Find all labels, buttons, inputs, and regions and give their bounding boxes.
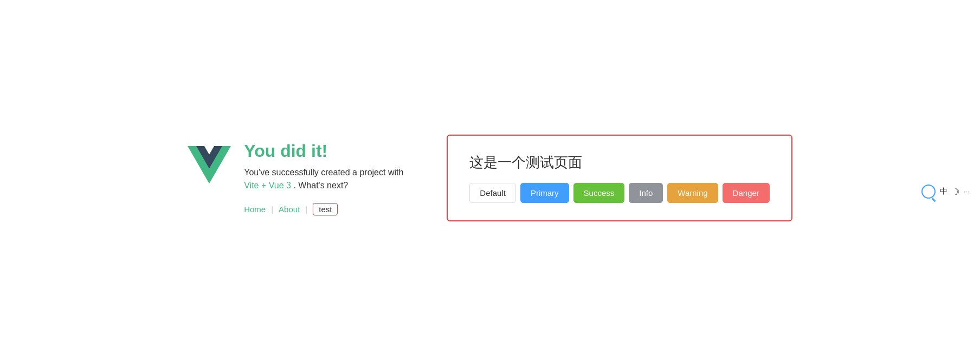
subtitle-part1: You've successfully created a project wi…: [244, 168, 403, 177]
search-icon[interactable]: [921, 185, 936, 199]
btn-warning[interactable]: Warning: [667, 183, 718, 203]
btn-info[interactable]: Info: [629, 183, 663, 203]
nav-home[interactable]: Home: [244, 205, 266, 214]
subtitle-text: You've successfully created a project wi…: [244, 166, 403, 192]
btn-danger[interactable]: Danger: [723, 183, 770, 203]
left-content: You did it! You've successfully created …: [244, 141, 403, 215]
buttons-row: Default Primary Success Info Warning Dan…: [469, 183, 769, 203]
left-section: You did it! You've successfully created …: [188, 141, 403, 215]
nav-separator-2: |: [305, 205, 307, 214]
btn-default[interactable]: Default: [469, 183, 516, 203]
vue-logo: [188, 146, 231, 195]
right-section: 这是一个测试页面 Default Primary Success Info Wa…: [447, 135, 792, 221]
top-right-toolbar: 中 ☽ ···: [921, 185, 969, 199]
nav-about[interactable]: About: [279, 205, 300, 214]
nav-links: Home | About | test: [244, 203, 403, 215]
nav-test[interactable]: test: [313, 203, 338, 215]
main-container: You did it! You've successfully created …: [0, 0, 980, 356]
btn-success[interactable]: Success: [573, 183, 625, 203]
page-title: You did it!: [244, 141, 403, 161]
btn-primary[interactable]: Primary: [520, 183, 569, 203]
vite-vue-link[interactable]: Vite + Vue 3: [244, 181, 291, 190]
nav-separator-1: |: [271, 205, 273, 214]
more-options[interactable]: ···: [964, 188, 969, 195]
test-page-title: 这是一个测试页面: [469, 153, 769, 172]
lang-switcher[interactable]: 中: [940, 187, 947, 196]
subtitle-part2: . What's next?: [293, 181, 348, 190]
theme-toggle-icon[interactable]: ☽: [952, 187, 959, 197]
